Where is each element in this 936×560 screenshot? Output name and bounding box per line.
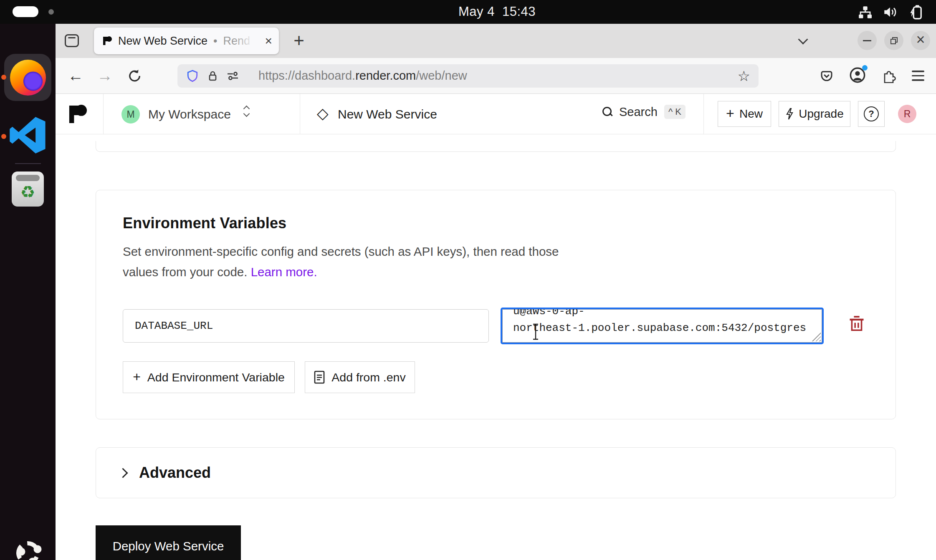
dock: ♻	[0, 24, 56, 560]
service-diamond-icon: ◇	[317, 105, 329, 122]
header-divider	[103, 94, 104, 134]
advanced-section[interactable]: Advanced	[96, 447, 896, 498]
tab-title-fade	[235, 30, 259, 52]
firefox-view-button[interactable]	[65, 34, 79, 47]
add-from-env-label: Add from .env	[331, 371, 405, 384]
battery-charging-icon	[909, 5, 923, 20]
add-variable-label: Add Environment Variable	[147, 371, 285, 384]
env-vars-heading: Environment Variables	[123, 214, 286, 232]
firefox-running-dot	[1, 75, 6, 80]
recycle-icon: ♻	[20, 181, 35, 203]
menu-hamburger-icon[interactable]	[912, 71, 924, 81]
user-avatar[interactable]: R	[898, 105, 916, 123]
help-button[interactable]: ?	[858, 101, 885, 127]
show-apps-button[interactable]	[12, 537, 44, 560]
volume-icon	[883, 5, 898, 19]
page-title: New Web Service	[338, 107, 437, 121]
account-button[interactable]	[849, 67, 866, 85]
dock-item-trash[interactable]: ♻	[12, 172, 44, 207]
env-key-input[interactable]: DATABASE_URL	[123, 309, 489, 343]
learn-more-link[interactable]: Learn more.	[251, 265, 317, 279]
tab-close-button[interactable]: ×	[265, 35, 272, 47]
browser-window: New Web Service • Rend × + × ← →	[56, 24, 936, 560]
system-tray[interactable]	[858, 3, 923, 21]
advanced-heading: Advanced	[139, 464, 211, 482]
tab-favicon-render-icon	[102, 36, 112, 46]
plus-icon: +	[726, 105, 734, 121]
env-vars-description: Set environment-specific config and secr…	[123, 241, 559, 282]
workspace-indicator-active[interactable]	[13, 6, 38, 17]
pocket-icon[interactable]	[820, 70, 833, 82]
system-clock[interactable]: May 4 15:43	[458, 4, 536, 19]
upgrade-button-label: Upgrade	[799, 107, 843, 121]
expand-chevron-icon	[118, 468, 128, 478]
system-top-bar: May 4 15:43	[0, 0, 936, 24]
tracking-shield-icon	[187, 70, 198, 82]
url-text[interactable]: https://dashboard.render.com/web/new	[258, 69, 467, 83]
close-window-button[interactable]: ×	[911, 31, 930, 50]
header-divider	[300, 94, 300, 134]
clock-time: 15:43	[502, 4, 536, 19]
lightning-icon	[785, 108, 794, 120]
trash-icon	[847, 315, 866, 334]
new-button-label: New	[739, 107, 763, 121]
deploy-web-service-button[interactable]: Deploy Web Service	[96, 525, 241, 560]
back-button[interactable]: ←	[66, 67, 85, 85]
account-notification-dot	[862, 65, 868, 71]
navigation-toolbar: ← →	[56, 58, 936, 94]
clock-date: May 4	[458, 4, 495, 19]
text-cursor	[531, 323, 540, 341]
new-button[interactable]: + New	[718, 101, 771, 127]
url-domain: render.com	[355, 69, 416, 82]
env-value-textarea[interactable]: u@aws-0-ap-northeast-1.pooler.supabase.c…	[501, 308, 824, 344]
new-tab-button[interactable]: +	[289, 31, 309, 50]
add-environment-variable-button[interactable]: + Add Environment Variable	[123, 361, 295, 393]
minimize-button[interactable]	[858, 31, 877, 50]
active-tab[interactable]: New Web Service • Rend ×	[94, 28, 279, 54]
add-from-env-button[interactable]: Add from .env	[305, 361, 415, 393]
url-bar[interactable]: https://dashboard.render.com/web/new ☆	[177, 64, 759, 88]
window-controls: ×	[799, 31, 930, 50]
workspace-name[interactable]: My Workspace	[148, 107, 231, 121]
ubuntu-icon	[12, 537, 44, 560]
toolbar-icons	[820, 67, 936, 85]
bookmark-star-icon[interactable]: ☆	[738, 68, 750, 84]
screen: May 4 15:43	[0, 0, 936, 560]
header-divider	[703, 94, 704, 134]
dock-item-firefox[interactable]	[4, 54, 51, 101]
workspace-indicator-dot[interactable]	[48, 9, 54, 15]
forward-button[interactable]: →	[96, 67, 114, 85]
value-line1: u@aws-0-ap-	[513, 308, 585, 318]
extensions-puzzle-icon[interactable]	[882, 69, 896, 83]
desc-line2: values from your code.	[123, 265, 251, 279]
dock-item-vscode[interactable]	[7, 111, 49, 160]
search-button[interactable]: Search ^ K	[602, 105, 686, 119]
render-logo[interactable]	[68, 103, 87, 125]
help-icon: ?	[864, 106, 879, 121]
app-header: M My Workspace ◇ New Web Service Search …	[56, 94, 936, 134]
close-icon: ×	[916, 32, 925, 47]
tab-title-separator: •	[213, 35, 217, 48]
vscode-icon	[8, 115, 48, 155]
restore-icon	[890, 37, 898, 44]
dock-divider	[15, 163, 41, 164]
document-icon	[314, 371, 325, 384]
desc-line1: Set environment-specific config and secr…	[123, 245, 559, 258]
workspace-avatar[interactable]: M	[121, 105, 140, 124]
tab-bar: New Web Service • Rend × + ×	[56, 24, 936, 58]
search-icon	[602, 107, 612, 117]
reload-icon	[127, 69, 141, 83]
reload-button[interactable]	[125, 69, 143, 83]
permissions-sliders-icon[interactable]	[227, 71, 239, 81]
env-value-text: u@aws-0-ap-northeast-1.pooler.supabase.c…	[513, 308, 822, 336]
restore-button[interactable]	[884, 31, 903, 50]
list-tabs-chevron-icon[interactable]	[798, 34, 808, 44]
minimize-icon	[863, 40, 871, 41]
upgrade-button[interactable]: Upgrade	[779, 101, 850, 127]
firefox-icon	[10, 60, 46, 96]
delete-env-var-button[interactable]	[847, 315, 866, 334]
tab-title: New Web Service	[118, 35, 207, 48]
environment-variables-card: Environment Variables Set environment-sp…	[96, 190, 896, 419]
render-dashboard-page: M My Workspace ◇ New Web Service Search …	[56, 94, 936, 560]
workspace-switcher-chevrons[interactable]	[244, 106, 249, 116]
